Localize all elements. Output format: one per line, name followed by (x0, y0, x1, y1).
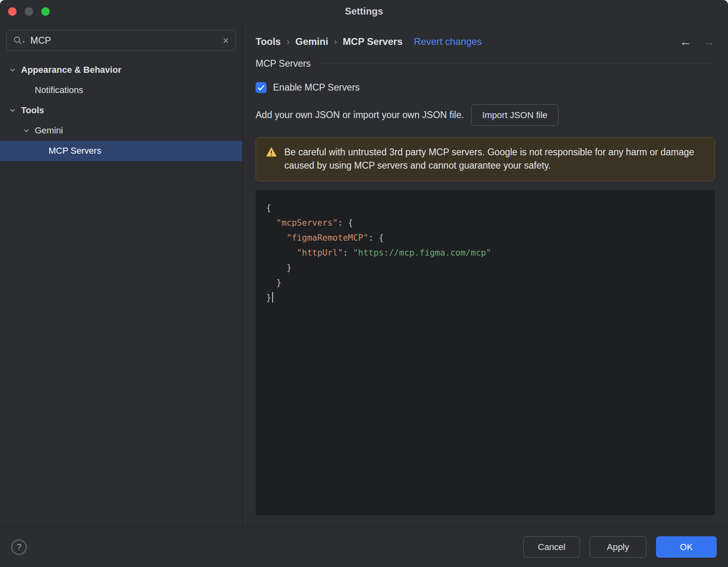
enable-mcp-checkbox[interactable] (256, 82, 267, 93)
sidebar-item-appearance-behavior[interactable]: Appearance & Behavior (0, 60, 242, 80)
sidebar-item-gemini[interactable]: Gemini (0, 121, 242, 141)
sidebar-item-label: MCP Servers (49, 146, 101, 156)
code-token-string: "https://mcp.figma.com/mcp" (353, 248, 491, 258)
code-token-key: "httpUrl" (297, 248, 343, 258)
mcp-servers-panel: Tools › Gemini › MCP Servers Revert chan… (243, 23, 728, 527)
add-json-row: Add your own JSON or import your own JSO… (256, 104, 715, 126)
breadcrumb-separator-icon: › (334, 36, 337, 47)
apply-button[interactable]: Apply (590, 536, 646, 558)
breadcrumb-item-tools[interactable]: Tools (256, 36, 281, 47)
warning-banner: Be careful with untrusted 3rd party MCP … (256, 137, 715, 181)
titlebar: Settings (0, 0, 728, 23)
sidebar-item-label: Tools (21, 105, 44, 116)
chevron-down-icon[interactable] (9, 107, 21, 114)
add-json-text: Add your own JSON or import your own JSO… (256, 110, 464, 121)
code-token-punct (266, 218, 276, 228)
back-arrow-icon[interactable]: ← (679, 35, 692, 49)
code-line: "httpUrl": "https://mcp.figma.com/mcp" (266, 245, 705, 260)
zoom-window-button[interactable] (41, 7, 50, 16)
help-button[interactable]: ? (11, 539, 27, 555)
help-icon: ? (17, 542, 21, 552)
ok-button[interactable]: OK (656, 536, 717, 558)
search-input[interactable] (30, 35, 218, 46)
settings-tree: Appearance & BehaviorNotificationsToolsG… (0, 60, 242, 161)
breadcrumb-item-gemini[interactable]: Gemini (295, 36, 328, 47)
enable-mcp-row[interactable]: Enable MCP Servers (256, 82, 715, 93)
code-token-punct (266, 233, 287, 243)
code-line: "mcpServers": { (266, 216, 705, 231)
close-window-button[interactable] (8, 7, 17, 16)
breadcrumb-item-mcp-servers: MCP Servers (343, 36, 403, 47)
code-token-punct: } (266, 263, 292, 273)
section-divider (318, 63, 715, 64)
settings-search-box[interactable]: × (6, 30, 236, 51)
history-nav: ← → (679, 35, 715, 49)
code-token-punct: } (266, 278, 281, 288)
breadcrumb-separator-icon: › (286, 36, 290, 47)
code-token-punct: { (266, 203, 271, 213)
code-line: { (266, 201, 705, 216)
section-title: MCP Servers (256, 58, 311, 69)
code-line: "figmaRemoteMCP": { (266, 231, 705, 245)
cancel-button[interactable]: Cancel (523, 536, 580, 558)
forward-arrow-icon: → (703, 35, 715, 49)
enable-mcp-label: Enable MCP Servers (273, 82, 360, 93)
code-token-punct: : (343, 248, 353, 258)
traffic-lights (8, 0, 50, 23)
code-token-key: "figmaRemoteMCP" (287, 233, 368, 243)
code-line: } (266, 290, 705, 305)
content-area: × Appearance & BehaviorNotificationsTool… (0, 23, 728, 527)
breadcrumb: Tools › Gemini › MCP Servers Revert chan… (256, 35, 715, 49)
search-icon[interactable] (13, 36, 25, 45)
revert-changes-link[interactable]: Revert changes (414, 36, 482, 47)
sidebar-item-notifications[interactable]: Notifications (0, 80, 242, 100)
settings-window: Settings × Appearance & BehaviorNotifica… (0, 0, 728, 567)
settings-sidebar: × Appearance & BehaviorNotificationsTool… (0, 23, 243, 527)
code-token-punct (266, 248, 297, 258)
sidebar-item-label: Gemini (35, 125, 63, 136)
sidebar-item-label: Notifications (35, 85, 83, 95)
code-token-punct: : { (338, 218, 353, 228)
section-header: MCP Servers (256, 58, 715, 69)
dialog-footer: ? Cancel Apply OK (0, 527, 728, 567)
import-json-button[interactable]: Import JSON file (471, 104, 558, 126)
window-title: Settings (345, 6, 383, 17)
sidebar-item-tools[interactable]: Tools (0, 100, 242, 121)
chevron-down-icon[interactable] (23, 127, 35, 134)
warning-text: Be careful with untrusted 3rd party MCP … (284, 146, 705, 173)
text-cursor (272, 292, 273, 303)
warning-icon (266, 147, 277, 157)
sidebar-item-label: Appearance & Behavior (21, 65, 121, 75)
code-token-punct: } (266, 293, 271, 303)
mcp-json-editor[interactable]: { "mcpServers": { "figmaRemoteMCP": { "h… (256, 190, 715, 515)
minimize-window-button[interactable] (25, 7, 33, 16)
clear-search-icon[interactable]: × (223, 35, 229, 46)
chevron-down-icon[interactable] (9, 66, 21, 74)
code-line: } (266, 260, 705, 275)
code-token-key: "mcpServers" (276, 218, 338, 228)
code-line: } (266, 275, 705, 290)
code-token-punct: : { (368, 233, 384, 243)
sidebar-item-mcp-servers[interactable]: MCP Servers (0, 141, 242, 161)
checkmark-icon (258, 85, 265, 91)
